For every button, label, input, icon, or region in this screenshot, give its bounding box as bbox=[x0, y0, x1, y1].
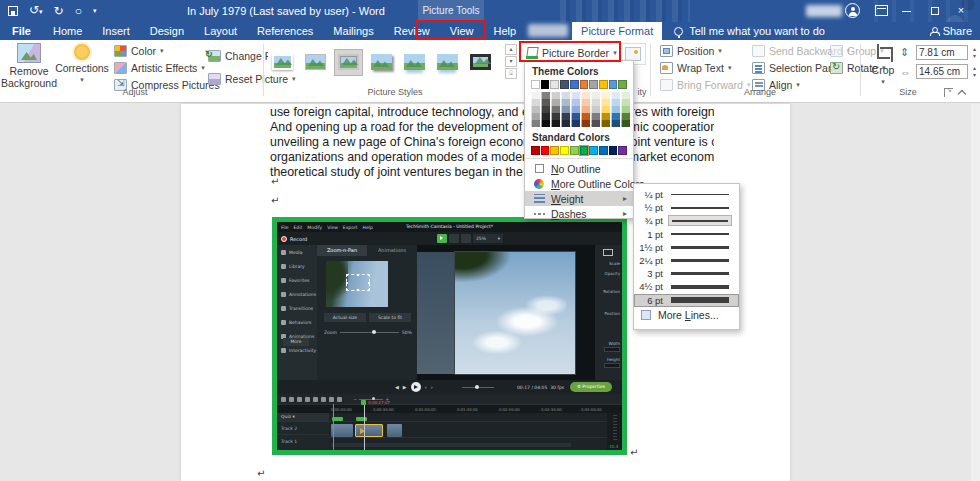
weight-option-¼pt[interactable]: ¼ pt bbox=[634, 188, 739, 201]
theme-shade-swatch[interactable] bbox=[621, 92, 630, 99]
tab-home[interactable]: Home bbox=[43, 22, 92, 40]
theme-shade-swatch[interactable] bbox=[601, 120, 610, 127]
theme-color-swatch[interactable] bbox=[570, 80, 579, 89]
theme-shade-swatch[interactable] bbox=[591, 120, 600, 127]
theme-shade-swatch[interactable] bbox=[531, 106, 540, 113]
standard-color-swatch[interactable] bbox=[589, 146, 598, 155]
theme-shade-swatch[interactable] bbox=[611, 99, 620, 106]
wrap-text-button[interactable]: Wrap Text ▾ bbox=[660, 62, 731, 74]
size-dialog-launcher-icon[interactable] bbox=[944, 88, 953, 97]
theme-shade-swatch[interactable] bbox=[531, 99, 540, 106]
picture-style-thumbnail[interactable] bbox=[400, 49, 429, 76]
picture-style-thumbnail[interactable] bbox=[268, 49, 297, 76]
picture-style-thumbnail[interactable] bbox=[301, 49, 330, 76]
theme-color-swatch[interactable] bbox=[531, 80, 540, 89]
standard-color-swatch[interactable] bbox=[550, 146, 559, 155]
touch-mode-icon[interactable]: ○ bbox=[75, 0, 82, 22]
theme-shade-swatch[interactable] bbox=[541, 99, 550, 106]
theme-shade-swatch[interactable] bbox=[591, 106, 600, 113]
color-button[interactable]: Color ▾ bbox=[114, 45, 164, 57]
theme-shade-swatch[interactable] bbox=[591, 92, 600, 99]
theme-shade-swatch[interactable] bbox=[591, 99, 600, 106]
tab-mailings[interactable]: Mailings bbox=[323, 22, 383, 40]
close-button[interactable]: × bbox=[950, 0, 972, 22]
theme-shade-swatch[interactable] bbox=[591, 113, 600, 120]
picture-style-thumbnail[interactable] bbox=[334, 49, 363, 76]
artistic-effects-button[interactable]: Artistic Effects ▾ bbox=[114, 62, 205, 74]
picture-style-thumbnail[interactable] bbox=[367, 49, 396, 76]
picture-style-thumbnail[interactable] bbox=[433, 49, 462, 76]
theme-shade-swatch[interactable] bbox=[571, 92, 580, 99]
standard-color-swatch[interactable] bbox=[599, 146, 608, 155]
corrections-button[interactable]: Corrections ▾ bbox=[56, 44, 108, 84]
weight-option-1½pt[interactable]: 1½ pt bbox=[634, 241, 739, 254]
weight-option-1pt[interactable]: 1 pt bbox=[634, 228, 739, 241]
minimize-button[interactable] bbox=[896, 0, 918, 22]
save-icon[interactable] bbox=[8, 6, 18, 16]
theme-shade-swatch[interactable] bbox=[571, 120, 580, 127]
height-input[interactable] bbox=[916, 45, 968, 60]
tab-layout[interactable]: Layout bbox=[194, 22, 247, 40]
tab-references[interactable]: References bbox=[247, 22, 323, 40]
restore-button[interactable] bbox=[924, 0, 946, 22]
theme-shade-swatch[interactable] bbox=[531, 113, 540, 120]
menu-item-no-outline[interactable]: No Outline bbox=[525, 161, 633, 176]
menu-item-weight[interactable]: Weight▸ bbox=[525, 191, 633, 206]
theme-shade-swatch[interactable] bbox=[601, 113, 610, 120]
selection-pane-button[interactable]: Selection Pane bbox=[752, 62, 840, 74]
weight-option-3pt[interactable]: 3 pt bbox=[634, 267, 739, 280]
theme-shade-swatch[interactable] bbox=[601, 92, 610, 99]
remove-background-button[interactable]: Remove Background bbox=[6, 43, 52, 89]
standard-color-swatch[interactable] bbox=[570, 146, 579, 155]
theme-color-swatch[interactable] bbox=[618, 80, 627, 89]
standard-color-swatch[interactable] bbox=[609, 146, 618, 155]
picture-style-thumbnail[interactable] bbox=[466, 49, 495, 76]
theme-color-swatch[interactable] bbox=[599, 80, 608, 89]
width-spinner[interactable]: ▴▾ bbox=[973, 65, 976, 79]
standard-color-swatch[interactable] bbox=[531, 146, 540, 155]
theme-color-swatch[interactable] bbox=[589, 80, 598, 89]
weight-option-¾pt[interactable]: ¾ pt bbox=[634, 214, 739, 227]
scrollbar-track[interactable] bbox=[971, 104, 980, 481]
collapse-ribbon-icon[interactable] bbox=[958, 90, 967, 96]
standard-color-swatch[interactable] bbox=[560, 146, 569, 155]
undo-icon[interactable]: ↺▾ bbox=[29, 0, 43, 23]
theme-shade-swatch[interactable] bbox=[611, 120, 620, 127]
weight-option-4½pt[interactable]: 4½ pt bbox=[634, 280, 739, 293]
theme-shade-swatch[interactable] bbox=[571, 106, 580, 113]
tell-me-box[interactable]: Tell me what you want to do bbox=[662, 22, 825, 40]
theme-shade-swatch[interactable] bbox=[531, 120, 540, 127]
width-input[interactable] bbox=[916, 64, 968, 79]
theme-shade-swatch[interactable] bbox=[581, 99, 590, 106]
tab-file[interactable]: File bbox=[0, 22, 43, 40]
theme-shade-swatch[interactable] bbox=[531, 92, 540, 99]
theme-shade-swatch[interactable] bbox=[541, 113, 550, 120]
theme-shade-swatch[interactable] bbox=[561, 99, 570, 106]
theme-shade-swatch[interactable] bbox=[611, 113, 620, 120]
theme-color-swatch[interactable] bbox=[560, 80, 569, 89]
redo-icon[interactable]: ↻ bbox=[54, 0, 64, 22]
theme-shade-swatch[interactable] bbox=[561, 113, 570, 120]
theme-shade-swatch[interactable] bbox=[581, 120, 590, 127]
theme-shade-swatch[interactable] bbox=[541, 120, 550, 127]
theme-color-swatch[interactable] bbox=[550, 80, 559, 89]
ribbon-display-options-icon[interactable] bbox=[875, 5, 888, 16]
height-spinner[interactable]: ▴▾ bbox=[973, 46, 976, 60]
menu-item-more-outline-colors-[interactable]: More Outline Colors... bbox=[525, 176, 633, 191]
theme-shade-swatch[interactable] bbox=[561, 120, 570, 127]
crop-button[interactable]: Crop ▾ bbox=[868, 44, 898, 86]
theme-shade-swatch[interactable] bbox=[561, 106, 570, 113]
tab-help[interactable]: Help bbox=[483, 22, 526, 40]
theme-shade-swatch[interactable] bbox=[551, 106, 560, 113]
theme-shade-swatch[interactable] bbox=[551, 92, 560, 99]
theme-shade-swatch[interactable] bbox=[551, 113, 560, 120]
theme-shade-swatch[interactable] bbox=[571, 113, 580, 120]
theme-shade-swatch[interactable] bbox=[621, 106, 630, 113]
theme-shade-swatch[interactable] bbox=[581, 106, 590, 113]
theme-shade-swatch[interactable] bbox=[621, 99, 630, 106]
theme-color-swatch[interactable] bbox=[541, 80, 550, 89]
theme-shade-swatch[interactable] bbox=[581, 92, 590, 99]
tab-insert[interactable]: Insert bbox=[92, 22, 140, 40]
theme-shade-swatch[interactable] bbox=[611, 92, 620, 99]
tab-picture-format[interactable]: Picture Format bbox=[572, 22, 662, 40]
